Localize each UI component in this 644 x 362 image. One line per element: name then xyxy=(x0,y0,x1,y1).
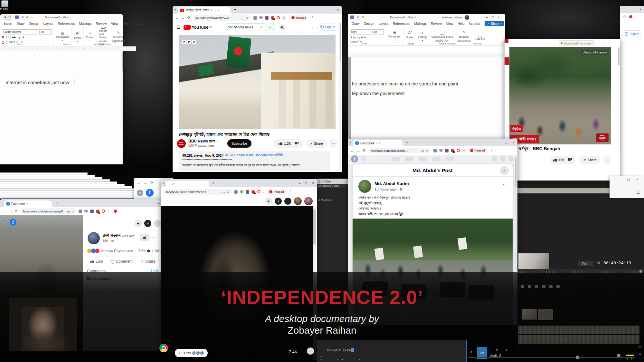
dots-vertical-icon[interactable]: ⋮ xyxy=(289,190,292,194)
editing-group[interactable]: ⌕Editing▾ xyxy=(416,27,429,45)
maximize-icon[interactable]: □ xyxy=(506,141,507,144)
reload-icon[interactable]: ⟳ xyxy=(187,15,191,20)
premiere-menu-fragment[interactable]: ce Markers Graph xyxy=(317,184,348,188)
address-bar[interactable]: youtube.com/watch?v=IZ... ▭ ☆ xyxy=(193,15,251,21)
menu-icon[interactable]: ☰ xyxy=(176,25,180,30)
format-buttons[interactable]: U ab x₂ x² A xyxy=(350,35,366,39)
forward-icon[interactable]: → xyxy=(144,181,147,185)
font-name-select[interactable]: Calibri (Body)▾ xyxy=(2,29,38,34)
forward-icon[interactable]: → xyxy=(9,209,13,213)
address-bar[interactable]: facebook.com/100023258511... ▭ ☆ xyxy=(164,189,232,195)
browser-tab[interactable]: দেশজুড়ে লুটপাট, হামলা এ.. ♪ × xyxy=(178,7,231,14)
maximize-icon[interactable]: □ xyxy=(330,8,332,12)
download-icon[interactable]: ↓ xyxy=(263,190,265,194)
highlight-button[interactable]: A xyxy=(5,40,7,44)
shield-extension-icon[interactable] xyxy=(240,190,243,194)
channel-avatar[interactable]: BBCNEWS xyxy=(177,139,186,148)
word-right-document[interactable]: he protestors are coming on the street f… xyxy=(348,57,505,142)
search-button[interactable]: ⌕ xyxy=(265,23,275,31)
minimize-icon[interactable]: – xyxy=(324,8,326,12)
superscript-button[interactable]: x² xyxy=(22,35,24,39)
download-video-button[interactable]: Download this video xyxy=(559,40,594,46)
avatar[interactable] xyxy=(154,220,161,227)
paused-extension-pill[interactable] xyxy=(111,209,119,214)
like-button[interactable]: Like xyxy=(90,259,103,264)
request-signatures-group[interactable]: ✎RequestSignatures xyxy=(455,27,473,45)
close-icon[interactable]: × xyxy=(512,141,514,144)
extension-icon[interactable] xyxy=(257,190,260,193)
redo-icon[interactable]: ⟳ xyxy=(362,15,364,19)
youtube-window[interactable]: ▾ দেশজুড়ে লুটপাট, হামলা এ.. ♪ × + – □ ×… xyxy=(173,6,342,172)
address-bar[interactable]: facebook.com/plaboni.sawjal/... ▭ ☆ xyxy=(20,208,76,214)
forward-icon[interactable]: → xyxy=(356,148,360,153)
styles-group[interactable]: A⁄ Styles▾ xyxy=(71,27,84,46)
bookmark-star-icon[interactable]: ☆ xyxy=(226,190,229,194)
scrollbar[interactable] xyxy=(121,51,123,164)
maximize-icon[interactable]: □ xyxy=(492,15,494,19)
new-tab-icon[interactable]: + xyxy=(209,181,218,185)
word-window-right[interactable]: ⟲ ⟳ Document1 - Word ⌕ zobayer raihan – … xyxy=(348,14,505,142)
tab-close-icon[interactable]: × xyxy=(378,142,380,145)
tab-layout[interactable]: Layout xyxy=(43,22,53,25)
reactions-row[interactable]: Ananya Rayh​an and ... 5.5K 1.1M ◉ xyxy=(87,248,163,253)
font-size-select[interactable]: 20▾ xyxy=(39,29,52,34)
undo-icon[interactable]: ⟲ xyxy=(21,15,24,19)
post-options-icon[interactable]: ⋯ xyxy=(501,182,506,187)
camera-extension-icon[interactable] xyxy=(253,16,257,20)
tab-acrobat[interactable]: Acrobat xyxy=(469,22,480,25)
close-icon[interactable]: × xyxy=(497,15,499,19)
extension-icon[interactable] xyxy=(457,149,460,152)
back-icon[interactable]: ← xyxy=(137,181,140,185)
redo-icon[interactable]: ⟳ xyxy=(26,15,29,19)
tab-view[interactable]: View xyxy=(111,22,118,25)
save-icon[interactable] xyxy=(350,15,354,19)
bold-button[interactable]: B xyxy=(2,35,4,39)
youtube-logo[interactable]: YouTube BD xyxy=(184,25,213,30)
tab-acrobat[interactable]: Acroba xyxy=(134,22,144,25)
tab-draw[interactable]: Draw xyxy=(352,22,360,25)
more-button[interactable]: ⋯ xyxy=(329,139,337,148)
account-name[interactable]: zobayer raihan xyxy=(442,15,462,19)
tab-search-icon[interactable]: ▾ xyxy=(348,141,353,144)
address-bar[interactable]: facebook.com/abdulkarim... ▭ ☆ xyxy=(368,148,431,153)
sign-in-button[interactable]: Sign in xyxy=(317,24,338,31)
close-icon[interactable]: × xyxy=(639,8,641,11)
reload-icon[interactable]: ⟳ xyxy=(150,181,153,185)
extension-badge-icon[interactable] xyxy=(251,190,255,194)
minimize-icon[interactable]: – xyxy=(299,181,301,185)
share-upload-icon[interactable]: ↥ xyxy=(637,190,639,194)
avatar[interactable] xyxy=(304,197,313,205)
forward-icon[interactable]: → xyxy=(181,15,185,20)
avatar[interactable] xyxy=(294,197,302,205)
close-icon[interactable]: × xyxy=(312,181,314,185)
color-buttons[interactable]: A Aa Aˆ Aˇ xyxy=(350,40,363,43)
new-tab-icon[interactable]: + xyxy=(402,140,411,145)
paused-extension-pill[interactable]: Paused xyxy=(468,148,487,153)
share-button[interactable]: ↗ Share ▾ xyxy=(485,21,504,26)
shield-extension-icon[interactable] xyxy=(259,16,263,20)
live-author-avatar[interactable] xyxy=(88,232,100,244)
post-options-icon[interactable]: ⋯ xyxy=(153,235,157,240)
chrome-icon[interactable] xyxy=(159,344,168,352)
close-icon[interactable]: × xyxy=(604,41,605,44)
underline-button[interactable]: U xyxy=(8,35,11,39)
close-bubble-icon[interactable]: × xyxy=(137,190,143,196)
tab-design[interactable]: Design xyxy=(29,22,39,25)
tab-help[interactable]: Help xyxy=(122,22,129,25)
comment-button[interactable]: ◯Comment xyxy=(110,259,132,264)
camera-extension-icon[interactable] xyxy=(79,210,82,213)
font-color-button[interactable]: A xyxy=(2,40,4,44)
star-icon[interactable]: ☆ xyxy=(623,15,626,19)
chevron-down-icon[interactable]: ▾ xyxy=(31,16,33,19)
add-button[interactable]: + xyxy=(135,220,142,227)
scrollbar[interactable] xyxy=(618,47,620,153)
search-icon[interactable]: ⌕ xyxy=(438,15,439,19)
tab-search-icon[interactable]: ▾ xyxy=(173,8,178,11)
extension-icon[interactable] xyxy=(277,16,280,19)
facebook-nav-tabs[interactable] xyxy=(392,157,400,161)
extension-icon[interactable] xyxy=(90,210,94,213)
like-button[interactable]: 1.2K xyxy=(274,139,303,148)
strikethrough-button[interactable]: ab xyxy=(12,35,16,39)
bookmark-star-icon[interactable]: ☆ xyxy=(71,210,74,213)
request-signatures-group[interactable]: ✎ RequestSignatures xyxy=(109,27,127,46)
